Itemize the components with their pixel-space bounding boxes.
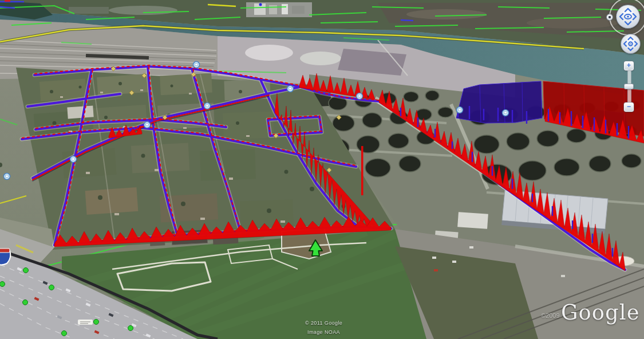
photo-marker[interactable] [193, 62, 200, 68]
photo-marker[interactable] [457, 107, 463, 113]
green-traffic-dot [94, 320, 99, 325]
photo-marker[interactable] [204, 103, 211, 109]
green-traffic-dot [62, 331, 67, 336]
imagery-source: Image NOAA [307, 329, 340, 335]
zoom-in-button[interactable]: + [624, 61, 634, 70]
google-earth-viewport[interactable]: + − ©2009 Google © 2011 Google Image NOA… [0, 0, 644, 339]
photo-marker[interactable] [144, 122, 151, 128]
green-traffic-dot [49, 285, 54, 290]
earth-scene[interactable] [0, 0, 644, 339]
map-copyright: © 2011 Google [305, 320, 342, 326]
eye-rotate-icon [617, 5, 639, 28]
road-label [78, 320, 93, 325]
photo-marker[interactable] [287, 86, 294, 92]
photo-marker[interactable] [4, 174, 10, 180]
look-joystick[interactable] [616, 5, 640, 29]
zoom-out-button[interactable]: − [624, 103, 634, 112]
imagery-copyright: ©2009 [541, 312, 560, 319]
move-joystick[interactable] [621, 34, 641, 54]
green-traffic-dot [23, 300, 28, 305]
north-indicator-icon[interactable] [606, 14, 613, 21]
google-logo: Google [561, 300, 640, 325]
photo-marker[interactable] [357, 93, 363, 100]
photo-marker[interactable] [503, 110, 509, 116]
tall-red-spike [361, 146, 364, 195]
zoom-slider-handle[interactable] [624, 84, 634, 89]
green-traffic-dot [23, 268, 29, 273]
pan-arrows-icon [621, 34, 640, 53]
green-traffic-dot [0, 282, 5, 287]
photo-marker[interactable] [70, 156, 77, 163]
green-traffic-dot [128, 326, 133, 331]
